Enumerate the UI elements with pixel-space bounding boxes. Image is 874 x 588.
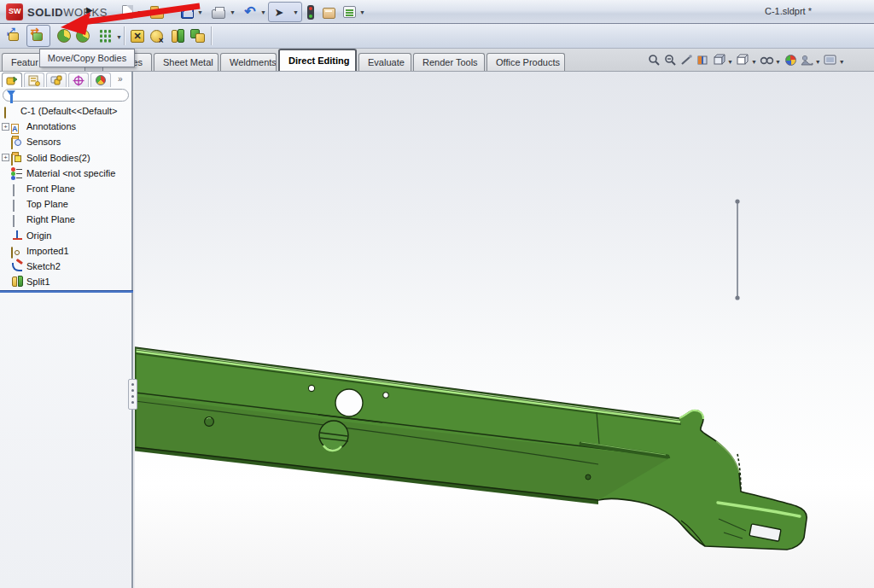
imported-geometry-button[interactable] <box>168 26 187 45</box>
undo-button[interactable]: ↶ <box>242 3 259 20</box>
print-icon <box>212 9 225 19</box>
zoom-to-fit-button[interactable] <box>647 53 661 67</box>
undo-icon: ↶ <box>244 6 255 18</box>
new-document-button[interactable] <box>119 3 136 20</box>
pattern-dropdown-arrow[interactable]: ▼ <box>116 34 122 40</box>
split-body-icon <box>57 29 71 43</box>
display-style-button[interactable] <box>736 53 750 67</box>
apply-scene-dropdown-arrow[interactable]: ▼ <box>815 59 821 65</box>
pattern-bodies-icon <box>99 29 112 43</box>
copy-bodies-button[interactable] <box>189 26 207 45</box>
view-orientation-dropdown-arrow[interactable]: ▼ <box>727 59 733 65</box>
select-button[interactable]: ➤ <box>271 3 288 20</box>
zoom-to-area-button[interactable] <box>663 53 678 67</box>
apply-scene-button[interactable] <box>800 53 814 67</box>
tab-direct-editing[interactable]: Direct Editing <box>278 49 357 71</box>
part-icon <box>4 107 6 119</box>
hide-show-items-button[interactable] <box>760 53 774 67</box>
move-copy-bodies-button[interactable]: ⇄ <box>29 26 48 45</box>
tab-dimxpertmanager[interactable] <box>68 73 89 87</box>
view-settings-dropdown-arrow[interactable]: ▼ <box>839 59 845 65</box>
rebuild-button[interactable] <box>302 3 319 20</box>
display-style-icon <box>736 54 749 67</box>
options-dropdown-arrow[interactable]: ▼ <box>359 9 365 15</box>
tab-featuremanager-tree[interactable] <box>2 73 22 87</box>
delete-body-button[interactable]: ✕ <box>128 26 147 45</box>
edit-appearance-button[interactable] <box>784 53 798 67</box>
rebuild-traffic-light-icon <box>307 5 314 20</box>
hole-small-1 <box>308 385 314 391</box>
tab-displaymanager[interactable] <box>90 73 111 87</box>
view-settings-icon <box>824 54 837 67</box>
tab-office-products[interactable]: Office Products <box>487 53 565 71</box>
section-view-button[interactable] <box>696 53 710 67</box>
save-button[interactable] <box>178 3 195 20</box>
tree-item-annotations[interactable]: + A Annotations <box>0 119 133 134</box>
panel-splitter-grip[interactable] <box>128 379 137 410</box>
pattern-bodies-button[interactable] <box>96 26 114 45</box>
delete-body-icon: ✕ <box>131 30 144 43</box>
configurationmanager-icon <box>50 75 62 86</box>
imported-geometry-icon <box>171 29 185 44</box>
view-settings-button[interactable] <box>824 53 838 67</box>
tree-item-origin[interactable]: Origin <box>0 228 133 243</box>
toolbar-separator <box>124 26 125 45</box>
tab-configurationmanager[interactable] <box>46 73 67 87</box>
apply-scene-icon <box>800 54 813 67</box>
tree-item-sketch2[interactable]: Sketch2 <box>0 259 133 274</box>
panel-overflow-chevron[interactable]: » <box>118 74 123 84</box>
print-button[interactable] <box>210 3 227 20</box>
open-button[interactable] <box>149 3 166 20</box>
menu-expand-arrow-icon[interactable]: ▶ <box>86 5 93 15</box>
tree-item-split1[interactable]: Split1 <box>0 274 133 289</box>
expand-toggle[interactable]: + <box>2 154 9 161</box>
zoom-to-fit-icon <box>648 54 661 67</box>
print-dropdown-arrow[interactable]: ▼ <box>230 9 236 15</box>
file-properties-icon <box>323 8 335 19</box>
hole-small-2 <box>383 393 388 398</box>
tab-propertymanager[interactable] <box>24 73 44 87</box>
display-style-dropdown-arrow[interactable]: ▼ <box>751 59 757 65</box>
tree-item-front-plane[interactable]: Front Plane <box>0 181 133 196</box>
imported-body-icon <box>11 247 13 259</box>
rollback-bar[interactable] <box>0 290 133 293</box>
view-orientation-button[interactable] <box>712 53 726 67</box>
file-properties-button[interactable] <box>320 3 337 20</box>
select-cursor-icon: ➤ <box>275 6 284 19</box>
direct-editing-toolbar: ⤢ ⇄ ▼ ✕ <box>0 24 874 49</box>
keep-body-button[interactable] <box>147 26 166 45</box>
solid-bodies-folder-icon <box>11 154 13 166</box>
tab-sheet-metal[interactable]: Sheet Metal <box>154 53 218 71</box>
counterbore-hole <box>319 421 348 451</box>
sensors-folder-icon <box>11 137 13 149</box>
featuremanager-panel: » C-1 (Default<<Default> + A Annotations… <box>0 72 133 588</box>
expand-toggle[interactable]: + <box>2 123 9 131</box>
select-dropdown-arrow[interactable]: ▼ <box>293 9 299 15</box>
tree-item-top-plane[interactable]: Top Plane <box>0 196 133 212</box>
options-list-button[interactable] <box>341 3 358 20</box>
displaymanager-icon <box>96 75 106 85</box>
hide-show-dropdown-arrow[interactable]: ▼ <box>775 59 781 65</box>
tree-item-sensors[interactable]: Sensors <box>0 134 133 149</box>
split-body-button[interactable] <box>55 26 73 45</box>
tree-item-imported1[interactable]: Imported1 <box>0 243 133 259</box>
tab-render-tools[interactable]: Render Tools <box>413 53 485 71</box>
split-body-alt-button[interactable] <box>73 26 92 45</box>
tree-filter-input[interactable] <box>3 89 129 102</box>
view-orientation-icon <box>713 54 726 67</box>
tree-item-solid-bodies[interactable]: + Solid Bodies(2) <box>0 150 133 166</box>
new-dropdown-arrow[interactable]: ▼ <box>137 9 143 15</box>
tab-evaluate[interactable]: Evaluate <box>358 53 411 71</box>
tree-item-material[interactable]: Material <not specifie <box>0 166 133 181</box>
feature-tree: C-1 (Default<<Default> + A Annotations S… <box>0 103 133 289</box>
tab-weldments[interactable]: Weldments <box>220 53 277 71</box>
previous-view-button[interactable] <box>679 53 694 67</box>
new-document-icon <box>122 5 133 19</box>
tree-item-right-plane[interactable]: Right Plane <box>0 212 133 227</box>
keep-body-icon <box>150 30 163 43</box>
save-dropdown-arrow[interactable]: ▼ <box>197 9 203 15</box>
instant3d-button[interactable]: ⤢ <box>5 26 24 45</box>
graphics-viewport[interactable] <box>135 72 874 588</box>
undo-dropdown-arrow[interactable]: ▼ <box>260 9 266 15</box>
tree-item-part-root[interactable]: C-1 (Default<<Default> <box>0 103 133 119</box>
